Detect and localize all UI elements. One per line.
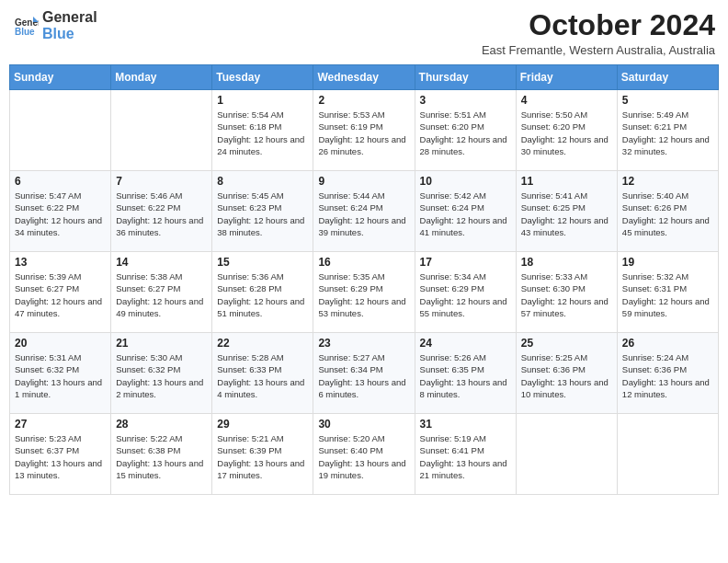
logo-blue: Blue xyxy=(42,26,97,42)
day-number: 30 xyxy=(318,418,409,431)
day-info: Sunrise: 5:50 AM Sunset: 6:20 PM Dayligh… xyxy=(521,109,612,157)
day-info: Sunrise: 5:20 AM Sunset: 6:40 PM Dayligh… xyxy=(318,432,409,481)
day-number: 29 xyxy=(217,418,308,431)
day-info: Sunrise: 5:49 AM Sunset: 6:21 PM Dayligh… xyxy=(622,109,713,157)
day-number: 3 xyxy=(420,94,511,107)
calendar-cell: 1Sunrise: 5:54 AM Sunset: 6:18 PM Daylig… xyxy=(212,90,313,171)
day-number: 19 xyxy=(622,256,713,269)
day-number: 7 xyxy=(116,175,207,188)
logo-general: General xyxy=(42,9,97,26)
calendar-cell: 31Sunrise: 5:19 AM Sunset: 6:41 PM Dayli… xyxy=(415,414,516,495)
calendar-cell: 26Sunrise: 5:24 AM Sunset: 6:36 PM Dayli… xyxy=(617,333,718,414)
day-info: Sunrise: 5:26 AM Sunset: 6:35 PM Dayligh… xyxy=(420,351,511,400)
calendar-cell: 20Sunrise: 5:31 AM Sunset: 6:32 PM Dayli… xyxy=(10,333,111,414)
day-number: 24 xyxy=(420,337,511,350)
day-info: Sunrise: 5:31 AM Sunset: 6:32 PM Dayligh… xyxy=(15,351,106,400)
day-info: Sunrise: 5:39 AM Sunset: 6:27 PM Dayligh… xyxy=(15,270,106,319)
day-info: Sunrise: 5:36 AM Sunset: 6:28 PM Dayligh… xyxy=(217,270,308,319)
calendar-cell: 17Sunrise: 5:34 AM Sunset: 6:29 PM Dayli… xyxy=(415,252,516,333)
svg-text:Blue: Blue xyxy=(15,27,35,37)
day-info: Sunrise: 5:45 AM Sunset: 6:23 PM Dayligh… xyxy=(217,190,308,238)
day-number: 17 xyxy=(420,256,511,269)
day-info: Sunrise: 5:42 AM Sunset: 6:24 PM Dayligh… xyxy=(420,190,511,238)
day-number: 13 xyxy=(15,256,106,269)
calendar-cell: 29Sunrise: 5:21 AM Sunset: 6:39 PM Dayli… xyxy=(212,414,313,495)
day-info: Sunrise: 5:21 AM Sunset: 6:39 PM Dayligh… xyxy=(217,432,308,481)
day-info: Sunrise: 5:23 AM Sunset: 6:37 PM Dayligh… xyxy=(15,432,106,481)
logo: General Blue General Blue xyxy=(13,9,97,41)
day-number: 5 xyxy=(622,94,713,107)
calendar-table: SundayMondayTuesdayWednesdayThursdayFrid… xyxy=(9,64,719,495)
day-header-wednesday: Wednesday xyxy=(313,65,415,90)
day-header-saturday: Saturday xyxy=(617,65,718,90)
page-header: General Blue General Blue October 2024 E… xyxy=(9,9,719,57)
calendar-cell: 2Sunrise: 5:53 AM Sunset: 6:19 PM Daylig… xyxy=(313,90,415,171)
calendar-cell: 30Sunrise: 5:20 AM Sunset: 6:40 PM Dayli… xyxy=(313,414,415,495)
calendar-week-row: 6Sunrise: 5:47 AM Sunset: 6:22 PM Daylig… xyxy=(10,171,719,252)
day-number: 26 xyxy=(622,337,713,350)
day-number: 10 xyxy=(420,175,511,188)
calendar-cell: 27Sunrise: 5:23 AM Sunset: 6:37 PM Dayli… xyxy=(10,414,111,495)
day-info: Sunrise: 5:38 AM Sunset: 6:27 PM Dayligh… xyxy=(116,270,207,319)
calendar-week-row: 1Sunrise: 5:54 AM Sunset: 6:18 PM Daylig… xyxy=(10,90,719,171)
calendar-cell xyxy=(111,90,212,171)
day-info: Sunrise: 5:27 AM Sunset: 6:34 PM Dayligh… xyxy=(318,351,409,400)
day-header-friday: Friday xyxy=(516,65,617,90)
day-header-thursday: Thursday xyxy=(415,65,516,90)
day-number: 21 xyxy=(116,337,207,350)
calendar-week-row: 27Sunrise: 5:23 AM Sunset: 6:37 PM Dayli… xyxy=(10,414,719,495)
day-number: 11 xyxy=(521,175,612,188)
month-title: October 2024 xyxy=(482,9,715,41)
day-info: Sunrise: 5:40 AM Sunset: 6:26 PM Dayligh… xyxy=(622,190,713,238)
calendar-cell: 9Sunrise: 5:44 AM Sunset: 6:24 PM Daylig… xyxy=(313,171,415,252)
day-number: 31 xyxy=(420,418,511,431)
calendar-cell xyxy=(10,90,111,171)
calendar-week-row: 13Sunrise: 5:39 AM Sunset: 6:27 PM Dayli… xyxy=(10,252,719,333)
day-number: 14 xyxy=(116,256,207,269)
day-info: Sunrise: 5:25 AM Sunset: 6:36 PM Dayligh… xyxy=(521,351,612,400)
calendar-cell xyxy=(617,414,718,495)
day-header-monday: Monday xyxy=(111,65,212,90)
day-header-sunday: Sunday xyxy=(10,65,111,90)
calendar-cell: 8Sunrise: 5:45 AM Sunset: 6:23 PM Daylig… xyxy=(212,171,313,252)
calendar-cell: 22Sunrise: 5:28 AM Sunset: 6:33 PM Dayli… xyxy=(212,333,313,414)
day-number: 20 xyxy=(15,337,106,350)
day-number: 16 xyxy=(318,256,409,269)
day-number: 2 xyxy=(318,94,409,107)
day-info: Sunrise: 5:22 AM Sunset: 6:38 PM Dayligh… xyxy=(116,432,207,481)
day-info: Sunrise: 5:44 AM Sunset: 6:24 PM Dayligh… xyxy=(318,190,409,238)
logo-icon: General Blue xyxy=(13,13,39,39)
day-info: Sunrise: 5:47 AM Sunset: 6:22 PM Dayligh… xyxy=(15,190,106,238)
calendar-cell: 11Sunrise: 5:41 AM Sunset: 6:25 PM Dayli… xyxy=(516,171,617,252)
calendar-cell: 19Sunrise: 5:32 AM Sunset: 6:31 PM Dayli… xyxy=(617,252,718,333)
calendar-cell: 25Sunrise: 5:25 AM Sunset: 6:36 PM Dayli… xyxy=(516,333,617,414)
day-number: 8 xyxy=(217,175,308,188)
day-info: Sunrise: 5:32 AM Sunset: 6:31 PM Dayligh… xyxy=(622,270,713,319)
day-info: Sunrise: 5:30 AM Sunset: 6:32 PM Dayligh… xyxy=(116,351,207,400)
day-number: 4 xyxy=(521,94,612,107)
calendar-cell: 10Sunrise: 5:42 AM Sunset: 6:24 PM Dayli… xyxy=(415,171,516,252)
day-info: Sunrise: 5:28 AM Sunset: 6:33 PM Dayligh… xyxy=(217,351,308,400)
day-info: Sunrise: 5:46 AM Sunset: 6:22 PM Dayligh… xyxy=(116,190,207,238)
calendar-cell: 28Sunrise: 5:22 AM Sunset: 6:38 PM Dayli… xyxy=(111,414,212,495)
day-number: 1 xyxy=(217,94,308,107)
calendar-cell: 18Sunrise: 5:33 AM Sunset: 6:30 PM Dayli… xyxy=(516,252,617,333)
day-info: Sunrise: 5:33 AM Sunset: 6:30 PM Dayligh… xyxy=(521,270,612,319)
day-number: 9 xyxy=(318,175,409,188)
day-number: 12 xyxy=(622,175,713,188)
day-header-tuesday: Tuesday xyxy=(212,65,313,90)
day-number: 28 xyxy=(116,418,207,431)
calendar-cell: 16Sunrise: 5:35 AM Sunset: 6:29 PM Dayli… xyxy=(313,252,415,333)
calendar-week-row: 20Sunrise: 5:31 AM Sunset: 6:32 PM Dayli… xyxy=(10,333,719,414)
calendar-cell: 14Sunrise: 5:38 AM Sunset: 6:27 PM Dayli… xyxy=(111,252,212,333)
day-number: 23 xyxy=(318,337,409,350)
calendar-cell: 24Sunrise: 5:26 AM Sunset: 6:35 PM Dayli… xyxy=(415,333,516,414)
calendar-cell: 5Sunrise: 5:49 AM Sunset: 6:21 PM Daylig… xyxy=(617,90,718,171)
calendar-cell: 4Sunrise: 5:50 AM Sunset: 6:20 PM Daylig… xyxy=(516,90,617,171)
day-number: 27 xyxy=(15,418,106,431)
location-subtitle: East Fremantle, Western Australia, Austr… xyxy=(482,43,715,57)
day-info: Sunrise: 5:41 AM Sunset: 6:25 PM Dayligh… xyxy=(521,190,612,238)
calendar-cell: 13Sunrise: 5:39 AM Sunset: 6:27 PM Dayli… xyxy=(10,252,111,333)
day-number: 22 xyxy=(217,337,308,350)
day-info: Sunrise: 5:24 AM Sunset: 6:36 PM Dayligh… xyxy=(622,351,713,400)
